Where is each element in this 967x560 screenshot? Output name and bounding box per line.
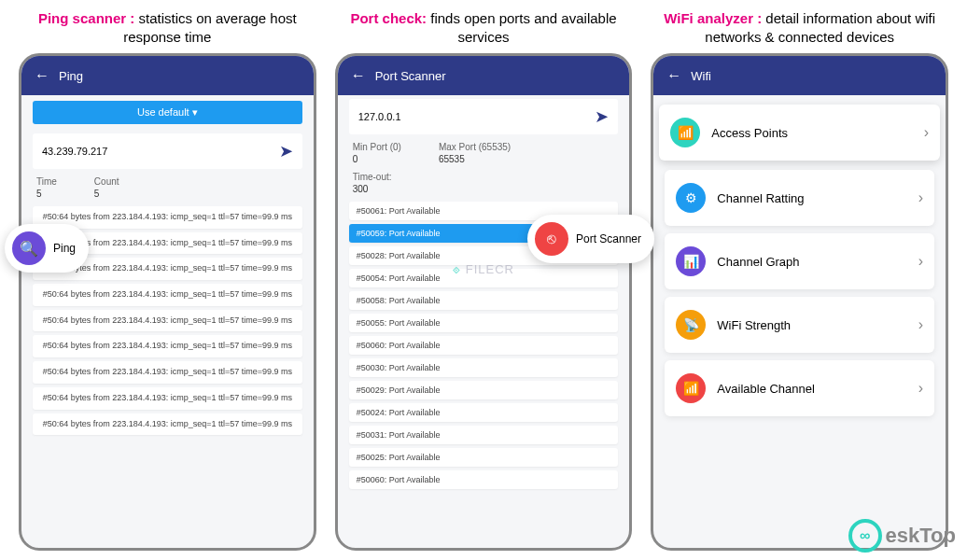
wifi-item[interactable]: 📊Channel Graph› <box>665 233 934 289</box>
wifi-item[interactable]: 📶Access Points› <box>659 105 940 161</box>
watermark-icon: ∞ <box>848 519 882 553</box>
wifi-item-label: Available Channel <box>717 382 815 396</box>
phone-port: ← Port Scanner 127.0.0.1 ➤ Min Port (0) … <box>335 53 633 551</box>
ping-result-item: #50:64 bytes from 223.184.4.193: icmp_se… <box>33 310 302 332</box>
port-result-item: #50031: Port Available <box>349 426 619 444</box>
port-params: Min Port (0) 0 Max Port (65535) 65535 <box>338 138 630 168</box>
port-result-item: #50024: Port Available <box>349 403 619 422</box>
port-result-item: #50030: Port Available <box>349 358 619 377</box>
wifi-item-label: WiFi Strength <box>717 318 791 332</box>
phone-ping: ← Ping Use default ▾ 43.239.79.217 ➤ Tim… <box>19 53 316 551</box>
panel-port: Port check: finds open ports and availab… <box>335 9 633 551</box>
wifi-item-label: Channel Graph <box>717 255 799 269</box>
port-ip-input[interactable]: 127.0.0.1 ➤ <box>349 99 619 134</box>
wifi-header-title: Wifi <box>691 69 711 83</box>
count-label: Count <box>94 176 119 187</box>
port-header: ← Port Scanner <box>338 56 630 95</box>
port-result-item: #50060: Port Available <box>349 470 619 489</box>
ping-ip-input[interactable]: 43.239.79.217 ➤ <box>33 133 302 169</box>
minport-label: Min Port (0) <box>353 142 401 152</box>
maxport-label: Max Port (65535) <box>439 142 511 152</box>
ping-result-item: #50:64 bytes from 223.184.4.193: icmp_se… <box>33 284 302 306</box>
panel-wifi-title: WiFi analyzer : detail information about… <box>651 9 948 46</box>
port-result-item: #50025: Port Available <box>349 448 619 467</box>
ping-params: Time 5 Count 5 <box>21 173 314 203</box>
port-result-item: #50060: Port Available <box>349 336 619 355</box>
wifi-item-icon: 📊 <box>676 246 706 276</box>
panel-ping-title: Ping scanner : statistics on average hos… <box>19 9 316 46</box>
port-badge-label: Port Scanner <box>576 232 641 245</box>
panel-wifi: WiFi analyzer : detail information about… <box>651 9 948 551</box>
count-value: 5 <box>94 189 119 199</box>
chevron-right-icon: › <box>918 253 923 270</box>
time-value: 5 <box>36 189 57 199</box>
wifi-item[interactable]: ⚙Channel Ratting› <box>665 170 934 226</box>
ping-result-item: #50:64 bytes from 223.184.4.193: icmp_se… <box>33 335 302 357</box>
wifi-item[interactable]: 📡WiFi Strength› <box>665 297 934 353</box>
ping-result-item: #50:64 bytes from 223.184.4.193: icmp_se… <box>33 361 302 384</box>
chevron-right-icon: › <box>918 380 923 397</box>
timeout-label: Time-out: <box>353 172 392 182</box>
panel-ping: Ping scanner : statistics on average hos… <box>19 9 316 551</box>
send-icon[interactable]: ➤ <box>279 141 293 161</box>
port-ip-value: 127.0.0.1 <box>358 111 401 122</box>
port-badge-icon: ⎋ <box>535 222 568 256</box>
chevron-right-icon: › <box>918 189 923 206</box>
back-icon[interactable]: ← <box>666 67 681 84</box>
wifi-item-label: Channel Ratting <box>717 191 804 205</box>
desktop-watermark: ∞ eskTop <box>848 519 956 553</box>
ping-badge-icon: 🔍 <box>12 231 46 265</box>
time-label: Time <box>36 176 57 187</box>
back-icon[interactable]: ← <box>351 67 366 84</box>
minport-value: 0 <box>353 154 401 164</box>
wifi-item-icon: 📡 <box>676 310 706 340</box>
ping-badge: 🔍 Ping <box>5 224 89 273</box>
send-icon[interactable]: ➤ <box>595 106 609 127</box>
phone-wifi: ← Wifi 📶Access Points›⚙Channel Ratting›📊… <box>651 53 948 551</box>
port-timeout: Time-out: 300 <box>338 168 630 198</box>
ping-header-title: Ping <box>59 69 83 83</box>
ping-ip-value: 43.239.79.217 <box>42 146 107 157</box>
wifi-item-label: Access Points <box>711 126 788 140</box>
maxport-value: 65535 <box>439 154 511 164</box>
wifi-item-icon: 📶 <box>670 118 700 147</box>
port-header-title: Port Scanner <box>375 69 446 83</box>
port-badge: ⎋ Port Scanner <box>527 215 654 263</box>
filecr-watermark: ⟐ FILECR <box>453 262 514 276</box>
wifi-item-icon: 📶 <box>676 373 706 403</box>
ping-header: ← Ping <box>21 56 314 95</box>
wifi-items: 📶Access Points›⚙Channel Ratting›📊Channel… <box>653 95 946 424</box>
port-result-item: #50055: Port Available <box>349 314 619 332</box>
ping-dropdown[interactable]: Use default ▾ <box>33 101 302 124</box>
ping-result-item: #50:64 bytes from 223.184.4.193: icmp_se… <box>33 387 302 410</box>
port-result-item: #50029: Port Available <box>349 381 619 399</box>
ping-badge-label: Ping <box>53 242 76 255</box>
port-result-item: #50058: Port Available <box>349 291 619 310</box>
chevron-right-icon: › <box>924 124 929 141</box>
wifi-item[interactable]: 📶Available Channel› <box>665 360 934 416</box>
back-icon[interactable]: ← <box>35 67 49 84</box>
panel-port-title: Port check: finds open ports and availab… <box>335 9 633 46</box>
timeout-value: 300 <box>353 184 392 194</box>
wifi-header: ← Wifi <box>653 56 946 95</box>
chevron-right-icon: › <box>918 316 923 333</box>
ping-result-item: #50:64 bytes from 223.184.4.193: icmp_se… <box>33 413 302 436</box>
wifi-item-icon: ⚙ <box>676 183 706 213</box>
